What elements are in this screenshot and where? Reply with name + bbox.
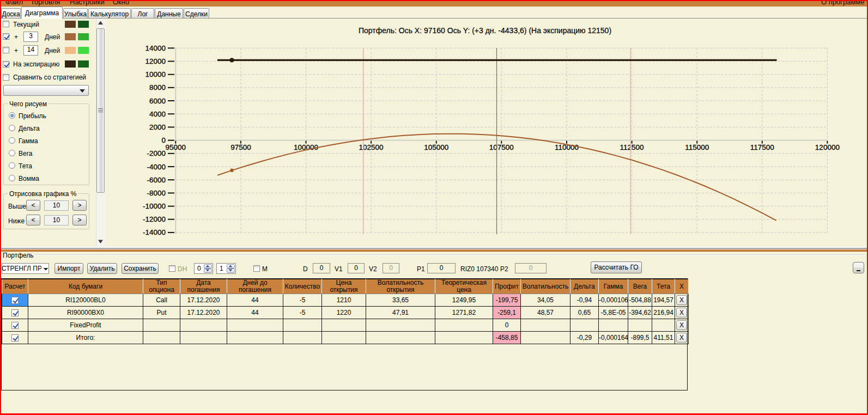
svg-text:102500: 102500 xyxy=(359,143,384,151)
svg-text:-4000: -4000 xyxy=(147,163,166,171)
svg-text:12000: 12000 xyxy=(145,57,166,65)
svg-text:Портфель: Ось X: 97160 Ось Y:: Портфель: Ось X: 97160 Ось Y: (+3 дн. -4… xyxy=(359,26,611,35)
svg-text:112500: 112500 xyxy=(620,143,644,151)
svg-text:-2000: -2000 xyxy=(147,149,166,157)
svg-text:105000: 105000 xyxy=(424,143,448,151)
svg-text:95000: 95000 xyxy=(166,143,186,151)
svg-text:107500: 107500 xyxy=(489,143,514,151)
svg-text:-12000: -12000 xyxy=(143,215,166,223)
svg-text:10000: 10000 xyxy=(145,70,166,78)
svg-text:117500: 117500 xyxy=(750,143,774,151)
svg-text:14000: 14000 xyxy=(145,44,166,52)
svg-text:6000: 6000 xyxy=(149,97,166,105)
svg-text:115000: 115000 xyxy=(685,143,709,151)
svg-text:4000: 4000 xyxy=(149,110,166,118)
svg-text:2000: 2000 xyxy=(149,123,166,131)
svg-text:-6000: -6000 xyxy=(147,176,166,184)
svg-text:120000: 120000 xyxy=(815,143,840,151)
svg-text:-14000: -14000 xyxy=(143,228,166,236)
svg-text:-10000: -10000 xyxy=(143,202,166,210)
svg-text:97500: 97500 xyxy=(230,143,251,151)
svg-text:-8000: -8000 xyxy=(147,189,166,197)
svg-text:8000: 8000 xyxy=(149,83,166,91)
